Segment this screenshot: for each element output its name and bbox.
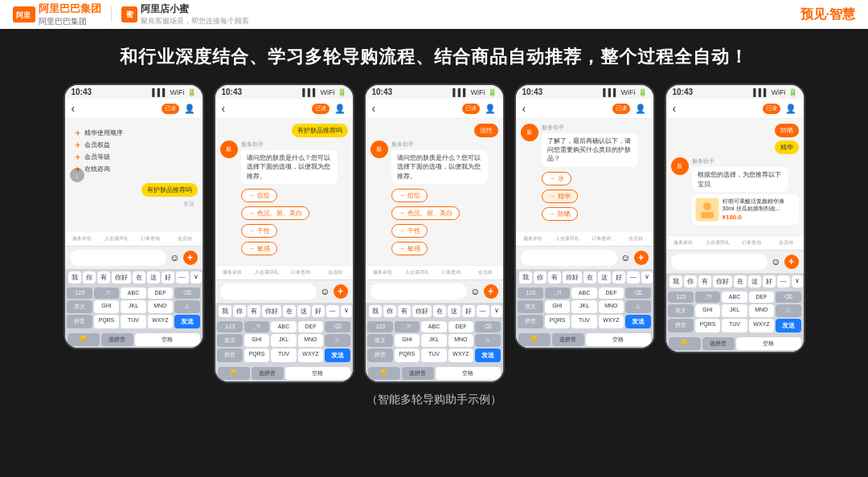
quick-row: 我 你 有 你好 在 这 好 — ∨ [65,269,203,286]
menu-item-4: ✈ 在线咨询 [75,163,193,175]
phones-container: 10:43 ▌▌▌ WiFi 🔋 ‹ 已读 👤 ↓ [24,84,844,383]
tab-gift[interactable]: 入会课拜礼 [99,234,133,243]
phone3-keyboard: 我 你 有 你好 在 这 好 — ∨ 123 .,?! ABC DEF [366,303,503,381]
phone1-chat: ↓ ✈ 精华使用顺序 ✈ 会员权益 ✈ 会员等级 ✈ [65,119,203,231]
page-title: 和行业深度结合、学习多轮导购流程、结合商品自动推荐，整个过程全自动！ [24,45,844,69]
phone2-user-tag: 有护肤品推荐吗 [220,124,348,137]
bot-avatar-5: 服 [671,157,689,175]
phone3-bot-msg: 服 服务助手 请问您的肤质是什么？您可以选择下面的选项，以便我为您推荐。 →痘痘… [371,141,498,257]
keyboard-rows: 123 .,?! ABC DEF ⌫ 英文 GHI JKL MNO △ [65,286,203,332]
phone-3: 10:43 ▌▌▌ WiFi 🔋 ‹ 已读 👤 油性 [364,84,505,383]
phone3-chat: 油性 服 服务助手 请问您的肤质是什么？您可以选择下面的选项，以便我为您推荐。 … [366,119,503,265]
phone3-status: 10:43 ▌▌▌ WiFi 🔋 [366,85,503,99]
header-divider [111,6,112,22]
phone4-input: ☺ + [516,246,653,269]
choice-pigment[interactable]: →色沉、斑、美白 [241,206,309,220]
phone-2: 10:43 ▌▌▌ WiFi 🔋 ‹ 已读 👤 有护肤品推荐吗 [214,84,354,383]
choice-dry[interactable]: →干性 [241,224,277,238]
phone4-keyboard: 我 你 有 你好 在 这 好 — ∨ 123 .,?! ABC DEF [516,269,653,348]
phone-1: 10:43 ▌▌▌ WiFi 🔋 ‹ 已读 👤 ↓ [63,84,204,349]
phone4-chat: 服 服务助手 了解了，最后再确认以下，请问您需要购买什么类目的护肤品？ →水 →… [516,119,653,231]
menu-item-1: ✈ 精华使用顺序 [75,127,193,139]
phone4-tabs[interactable]: 服务评价 入会课拜礼 订单查询 会员持 [516,231,653,246]
product-image [695,198,719,222]
choice-sunscreen[interactable]: →防晒 [542,207,578,221]
bot-avatar: 服 [220,141,238,158]
phone-5: 10:43 ▌▌▌ WiFi 🔋 ‹ 已读 👤 防晒 [665,84,805,353]
phone5-bot-msg: 服 服务助手 根据您的选择，为您推荐以下宝贝 [671,157,799,226]
header-right: 预见·智慧 [800,6,855,23]
keyboard-bottom: 😊 选拼音 空格 [65,332,203,348]
phone2-tabs[interactable]: 服务评价 入会课拜礼 订单查询 会员持 [215,265,353,279]
phone1-topbar: ‹ 已读 👤 [65,99,203,119]
phone3-user-tag: 油性 [371,124,498,137]
phone4-status: 10:43 ▌▌▌ WiFi 🔋 [516,85,653,99]
phone-4: 10:43 ▌▌▌ WiFi 🔋 ‹ 已读 👤 服 [514,84,655,349]
phone1-menu: ✈ 精华使用顺序 ✈ 会员权益 ✈ 会员等级 ✈ 在线咨询 [70,124,198,178]
phone1-user-msg: 有护肤品推荐吗 [70,183,198,197]
phone2-keyboard: 我 你 有 你好 在 这 好 — ∨ 123 .,?! ABC DEF [215,303,353,381]
alibaba-logo: 阿里 阿里巴巴集团 阿里巴巴集团 [13,2,101,27]
plus-button[interactable]: + [484,284,498,299]
alibaba-group-text: 阿里巴巴集团 [39,2,101,16]
tab-service[interactable]: 服务评价 [65,234,100,243]
phone5-text-input[interactable] [671,254,768,270]
phone5-topbar: ‹ 已读 👤 [666,99,804,119]
phone2-chat: 有护肤品推荐吗 服 服务助手 请问您的肤质是什么？您可以选择下面的选项，以便我为… [215,119,353,265]
scroll-down-icon[interactable]: ↓ [70,168,84,182]
phone3-text-input[interactable] [371,283,468,300]
plus-button[interactable]: + [334,284,348,299]
choice-dry3[interactable]: →干性 [391,224,428,238]
phone4-topbar: ‹ 已读 👤 [516,99,653,119]
phone5-keyboard: 我 你 有 你好 在 这 好 — ∨ 123 .,?! ABC DEF [666,273,804,352]
phone5-user-tag1: 防晒 [671,124,799,137]
phone3-tabs[interactable]: 服务评价 入会课拜礼 订单查询 会员持 [366,265,503,279]
choice-sensitive3[interactable]: →敏感 [391,242,428,255]
store-name: 阿里店小蜜 [141,2,249,16]
phone1-status: 10:43 ▌▌▌ WiFi 🔋 [65,85,203,99]
product-price: ¥180.0 [723,214,796,221]
brand-text: 预见·智慧 [800,6,855,23]
phone1-keyboard: 我 你 有 你好 在 这 好 — ∨ 123 .,?! ABC DEF [65,269,203,348]
store-logo: 蜜 阿里店小蜜 聚焦客服场景，帮您连接每个顾客 [121,2,249,26]
emoji-icon[interactable]: ☺ [470,286,480,297]
alibaba-sub-text: 阿里巴巴集团 [39,16,101,27]
phone5-user-tag2: 精华 [671,141,799,154]
plus-button[interactable]: + [183,251,198,265]
phone1-tabs[interactable]: 服务评价 入会课拜礼 订单查询 会员持 [65,231,203,246]
emoji-icon[interactable]: ☺ [771,256,780,267]
product-name: 柠萌可果酸活复颜精华液 30ml 丝瓜姑娘制剂改... [723,198,796,212]
plus-button[interactable]: + [784,255,799,269]
choice-essence[interactable]: →精华 [542,190,578,203]
bot-avatar-3: 服 [371,141,388,158]
phone2-topbar: ‹ 已读 👤 [215,99,353,119]
choice-water[interactable]: →水 [542,172,571,186]
emoji-icon[interactable]: ☺ [170,252,179,263]
svg-rect-4 [701,212,714,218]
phone5-tabs[interactable]: 服务评价 入会课拜礼 订单查询 会员持 [666,235,804,250]
store-sub: 聚焦客服场景，帮您连接每个顾客 [141,16,249,26]
choice-pimple[interactable]: →痘痘 [241,189,277,202]
header-bar: 阿里 阿里巴巴集团 阿里巴巴集团 蜜 阿里店小蜜 聚焦客服场景，帮您连接每个顾客… [0,0,868,29]
plus-button[interactable]: + [634,251,649,265]
phone1-text-input[interactable] [70,250,167,266]
choice-pigment3[interactable]: →色沉、斑、美白 [391,206,460,220]
phone2-input: ☺ + [215,279,353,303]
choice-sensitive[interactable]: →敏感 [241,242,277,255]
phone3-topbar: ‹ 已读 👤 [366,99,503,119]
svg-point-3 [703,202,711,210]
phone2-text-input[interactable] [220,283,317,300]
emoji-icon[interactable]: ☺ [620,252,630,263]
product-card[interactable]: 柠萌可果酸活复颜精华液 30ml 丝瓜姑娘制剂改... ¥180.0 [692,194,799,225]
phone2-bot-msg: 服 服务助手 请问您的肤质是什么？您可以选择下面的选项，以便我为您推荐。 →痘痘… [220,141,348,257]
tab-member[interactable]: 会员持 [168,234,203,243]
phone4-text-input[interactable] [521,250,618,266]
emoji-icon[interactable]: ☺ [320,286,330,297]
menu-item-2: ✈ 会员权益 [75,139,193,151]
phone5-chat: 防晒 精华 服 服务助手 根据您的选择，为您推荐以下宝贝 [666,119,804,235]
phone4-bot-msg: 服 服务助手 了解了，最后再确认以下，请问您需要购买什么类目的护肤品？ →水 →… [521,124,649,222]
phone5-input: ☺ + [666,250,804,273]
tab-order[interactable]: 订单查询 [133,234,168,243]
choice-pimple3[interactable]: →痘痘 [391,189,428,202]
main-content: 和行业深度结合、学习多轮导购流程、结合商品自动推荐，整个过程全自动！ 10:43… [0,29,868,415]
